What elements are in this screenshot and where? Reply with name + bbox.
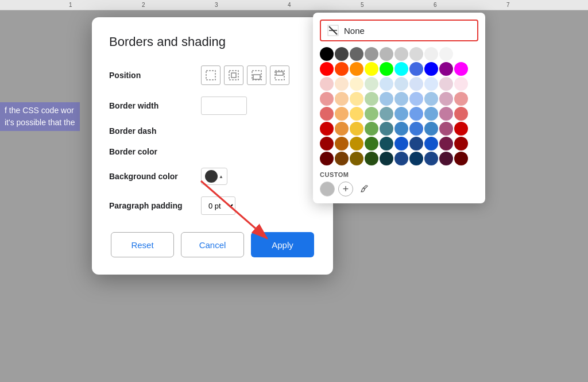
border-width-row: Border width xyxy=(109,97,316,115)
color-cell[interactable] xyxy=(335,62,349,76)
position-btn-4[interactable] xyxy=(270,65,289,85)
color-cell[interactable] xyxy=(439,62,453,76)
color-cell[interactable] xyxy=(394,122,408,136)
color-cell[interactable] xyxy=(424,92,438,106)
color-cell[interactable] xyxy=(365,107,378,121)
svg-point-12 xyxy=(361,191,362,192)
color-cell[interactable] xyxy=(424,47,438,61)
position-btn-1[interactable] xyxy=(201,65,220,85)
color-cell[interactable] xyxy=(335,152,349,165)
color-cell[interactable] xyxy=(394,47,408,61)
color-cell[interactable] xyxy=(439,152,453,165)
color-cell[interactable] xyxy=(439,122,453,136)
color-cell[interactable] xyxy=(335,122,349,136)
color-cell[interactable] xyxy=(365,122,378,136)
color-cell[interactable] xyxy=(380,47,393,61)
color-cell[interactable] xyxy=(394,137,408,151)
color-cell[interactable] xyxy=(439,137,453,151)
color-cell[interactable] xyxy=(365,92,378,106)
color-cell[interactable] xyxy=(365,47,378,61)
color-cell[interactable] xyxy=(335,47,349,61)
color-cell[interactable] xyxy=(424,122,438,136)
svg-rect-4 xyxy=(253,75,260,79)
position-btn-2[interactable] xyxy=(224,65,243,85)
color-cell[interactable] xyxy=(380,77,393,91)
color-cell[interactable] xyxy=(424,107,438,121)
color-cell[interactable] xyxy=(365,137,378,151)
custom-label: CUSTOM xyxy=(320,171,478,178)
position-btn-3[interactable] xyxy=(247,65,266,85)
color-cell[interactable] xyxy=(380,62,393,76)
paragraph-padding-select[interactable]: 0 pt 1 pt 2 pt 4 pt xyxy=(201,196,235,215)
color-cell[interactable] xyxy=(409,77,423,91)
color-cell[interactable] xyxy=(365,77,378,91)
border-color-row: Border color xyxy=(109,147,316,156)
color-cell[interactable] xyxy=(439,47,453,61)
color-cell[interactable] xyxy=(335,77,349,91)
color-cell[interactable] xyxy=(439,107,453,121)
apply-button[interactable]: Apply xyxy=(251,232,314,257)
background-color-button[interactable]: ▲ xyxy=(201,168,227,185)
color-cell[interactable] xyxy=(320,137,334,151)
color-cell[interactable] xyxy=(350,77,363,91)
color-cell[interactable] xyxy=(320,77,334,91)
color-cell[interactable] xyxy=(320,47,334,61)
color-cell[interactable] xyxy=(409,92,423,106)
color-cell[interactable] xyxy=(394,107,408,121)
color-cell[interactable] xyxy=(454,137,468,151)
color-cell[interactable] xyxy=(380,152,393,165)
color-cell[interactable] xyxy=(394,152,408,165)
color-cell[interactable] xyxy=(409,122,423,136)
color-cell[interactable] xyxy=(380,107,393,121)
color-cell[interactable] xyxy=(365,152,378,165)
color-cell[interactable] xyxy=(454,62,468,76)
position-controls xyxy=(201,65,316,85)
color-cell[interactable] xyxy=(439,77,453,91)
color-cell[interactable] xyxy=(424,137,438,151)
cancel-button[interactable]: Cancel xyxy=(181,232,244,257)
color-cell[interactable] xyxy=(424,62,438,76)
color-cell[interactable] xyxy=(394,92,408,106)
eyedropper-button[interactable] xyxy=(357,182,372,196)
color-cell[interactable] xyxy=(350,122,363,136)
color-cell[interactable] xyxy=(335,107,349,121)
add-custom-color-button[interactable]: + xyxy=(338,182,353,196)
color-cell[interactable] xyxy=(454,152,468,165)
color-cell[interactable] xyxy=(350,152,363,165)
color-cell[interactable] xyxy=(409,107,423,121)
custom-section: CUSTOM + xyxy=(320,171,478,196)
color-cell[interactable] xyxy=(454,107,468,121)
color-cell[interactable] xyxy=(409,152,423,165)
color-cell[interactable] xyxy=(409,47,423,61)
border-width-input[interactable] xyxy=(201,97,247,115)
color-cell[interactable] xyxy=(454,77,468,91)
color-cell[interactable] xyxy=(335,92,349,106)
color-cell[interactable] xyxy=(424,152,438,165)
color-cell[interactable] xyxy=(350,137,363,151)
color-cell[interactable] xyxy=(409,137,423,151)
color-cell[interactable] xyxy=(320,62,334,76)
color-cell[interactable] xyxy=(320,107,334,121)
color-cell[interactable] xyxy=(380,137,393,151)
reset-button[interactable]: Reset xyxy=(111,232,174,257)
color-cell[interactable] xyxy=(350,47,363,61)
color-cell[interactable] xyxy=(320,92,334,106)
color-cell[interactable] xyxy=(394,77,408,91)
color-cell[interactable] xyxy=(350,62,363,76)
none-color-button[interactable]: None xyxy=(320,20,478,41)
color-cell[interactable] xyxy=(439,92,453,106)
color-cell[interactable] xyxy=(454,122,468,136)
color-cell[interactable] xyxy=(380,122,393,136)
color-cell[interactable] xyxy=(454,92,468,106)
color-cell[interactable] xyxy=(350,107,363,121)
color-cell[interactable] xyxy=(320,122,334,136)
color-cell[interactable] xyxy=(454,47,468,61)
color-cell[interactable] xyxy=(409,62,423,76)
color-cell[interactable] xyxy=(335,137,349,151)
color-cell[interactable] xyxy=(350,92,363,106)
color-cell[interactable] xyxy=(424,77,438,91)
color-cell[interactable] xyxy=(380,92,393,106)
color-cell[interactable] xyxy=(394,62,408,76)
color-cell[interactable] xyxy=(365,62,378,76)
color-cell[interactable] xyxy=(320,152,334,165)
